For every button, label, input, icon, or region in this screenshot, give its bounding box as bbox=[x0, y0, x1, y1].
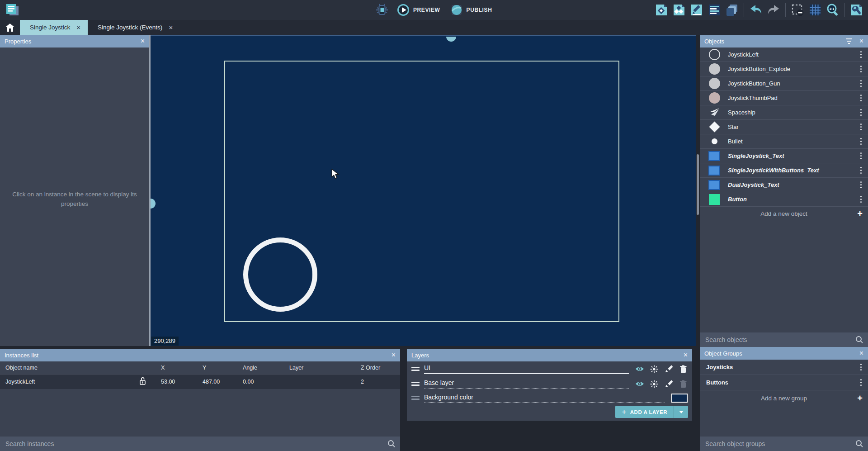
instance-x[interactable]: 53.00 bbox=[161, 379, 175, 385]
search-instances-input[interactable] bbox=[0, 440, 387, 447]
grid-icon[interactable] bbox=[807, 2, 823, 18]
layer-name-field[interactable]: UI bbox=[424, 364, 629, 374]
tab-single-joystick[interactable]: Single Joystick × bbox=[20, 20, 88, 35]
search-objects-input[interactable] bbox=[700, 336, 855, 343]
delete-trash-icon[interactable] bbox=[679, 380, 688, 389]
object-groups-icon[interactable] bbox=[671, 2, 687, 18]
search-object-groups-input[interactable] bbox=[700, 440, 855, 447]
object-name: Bullet bbox=[728, 138, 743, 145]
kebab-menu-icon[interactable] bbox=[858, 93, 865, 104]
object-groups-panel-header: Object Groups × bbox=[700, 347, 868, 360]
preview-button[interactable]: PREVIEW bbox=[394, 2, 443, 18]
object-list-item[interactable]: Bullet bbox=[700, 134, 868, 149]
effects-icon[interactable] bbox=[650, 380, 659, 389]
search-icon bbox=[387, 440, 396, 448]
drag-handle-icon[interactable] bbox=[411, 367, 420, 371]
object-list-item[interactable]: Star bbox=[700, 120, 868, 134]
project-manager-icon[interactable] bbox=[4, 2, 19, 18]
object-group-item[interactable]: Joysticks bbox=[700, 360, 868, 375]
layers-panel-header: Layers × bbox=[407, 349, 692, 361]
undo-icon[interactable] bbox=[748, 2, 764, 18]
background-color-swatch[interactable] bbox=[671, 394, 688, 403]
instance-row[interactable]: JoystickLeft 53.00 487.00 0.00 2 bbox=[0, 375, 400, 389]
object-list-item[interactable]: Spaceship bbox=[700, 105, 868, 120]
home-tab-button[interactable] bbox=[0, 20, 20, 35]
object-list-item[interactable]: JoystickLeft bbox=[700, 47, 868, 62]
zoom-1-1-icon[interactable]: 1:1 bbox=[825, 2, 840, 18]
redo-icon[interactable] bbox=[766, 2, 781, 18]
kebab-menu-icon[interactable] bbox=[858, 78, 865, 89]
kebab-menu-icon[interactable] bbox=[858, 107, 865, 118]
delete-selection-icon[interactable] bbox=[790, 2, 805, 18]
object-name: SingleJoystickWithButtons_Text bbox=[728, 167, 819, 174]
add-group-button[interactable]: Add a new group + bbox=[700, 390, 868, 406]
debugger-bug-icon[interactable] bbox=[374, 2, 390, 18]
kebab-menu-icon[interactable] bbox=[858, 122, 865, 133]
kebab-menu-icon[interactable] bbox=[858, 362, 865, 373]
tab-close-icon[interactable]: × bbox=[76, 24, 80, 31]
object-thumbnail bbox=[705, 138, 723, 144]
close-icon[interactable]: × bbox=[859, 38, 863, 45]
object-list-item[interactable]: JoystickButton_Gun bbox=[700, 76, 868, 91]
object-thumbnail bbox=[705, 166, 723, 176]
effects-icon[interactable] bbox=[650, 365, 659, 374]
instance-y[interactable]: 487.00 bbox=[203, 379, 220, 385]
object-list-item[interactable]: SingleJoystickWithButtons_Text bbox=[700, 163, 868, 178]
filter-icon[interactable] bbox=[846, 38, 852, 44]
column-angle: Angle bbox=[243, 365, 257, 371]
close-icon[interactable]: × bbox=[859, 350, 863, 357]
edit-pencil-icon[interactable] bbox=[664, 365, 673, 374]
kebab-menu-icon[interactable] bbox=[858, 377, 865, 388]
edit-scene-icon[interactable] bbox=[689, 2, 704, 18]
kebab-menu-icon[interactable] bbox=[858, 49, 865, 60]
edit-pencil-icon[interactable] bbox=[664, 380, 673, 389]
kebab-menu-icon[interactable] bbox=[858, 165, 865, 176]
layer-row[interactable]: UI bbox=[407, 361, 692, 376]
object-name: Button bbox=[728, 196, 747, 203]
drag-handle-icon[interactable] bbox=[411, 382, 420, 386]
object-group-item[interactable]: Buttons bbox=[700, 375, 868, 390]
object-list-item[interactable]: JoystickButton_Explode bbox=[700, 62, 868, 76]
close-icon[interactable]: × bbox=[141, 38, 145, 45]
kebab-menu-icon[interactable] bbox=[858, 180, 865, 190]
layers-icon[interactable] bbox=[724, 2, 740, 18]
object-thumbnail bbox=[705, 151, 723, 161]
kebab-menu-icon[interactable] bbox=[858, 151, 865, 161]
object-list-item[interactable]: SingleJoystick_Text bbox=[700, 149, 868, 163]
horizontal-scroll-handle[interactable] bbox=[446, 37, 456, 42]
close-icon[interactable]: × bbox=[392, 351, 396, 359]
wrench-icon[interactable] bbox=[849, 2, 864, 18]
kebab-menu-icon[interactable] bbox=[858, 64, 865, 75]
tab-close-icon[interactable]: × bbox=[169, 24, 173, 31]
add-layer-button[interactable]: + ADD A LAYER bbox=[615, 406, 688, 418]
instances-list-icon[interactable] bbox=[707, 2, 722, 18]
background-color-row[interactable]: Background color bbox=[407, 391, 692, 404]
add-object-button[interactable]: Add a new object + bbox=[700, 207, 868, 220]
kebab-menu-icon[interactable] bbox=[858, 136, 865, 147]
objects-panel-scrollbar[interactable] bbox=[697, 154, 699, 215]
publish-planet-icon bbox=[450, 4, 463, 16]
add-object-icon[interactable] bbox=[654, 2, 669, 18]
joystick-instance[interactable] bbox=[243, 237, 317, 312]
object-thumbnail bbox=[705, 194, 723, 205]
object-list-item[interactable]: JoystickThumbPad bbox=[700, 91, 868, 105]
object-list-item[interactable]: DualJoystick_Text bbox=[700, 178, 868, 192]
layer-name-field[interactable]: Base layer bbox=[424, 379, 629, 389]
search-icon bbox=[855, 440, 863, 448]
unlock-icon[interactable] bbox=[139, 377, 146, 387]
publish-button[interactable]: PUBLISH bbox=[448, 2, 495, 18]
object-list-item[interactable]: Button bbox=[700, 192, 868, 207]
vertical-scroll-handle[interactable] bbox=[151, 199, 156, 209]
instance-z-order[interactable]: 2 bbox=[361, 379, 364, 385]
close-icon[interactable]: × bbox=[684, 351, 688, 359]
visibility-eye-icon[interactable] bbox=[635, 380, 644, 389]
kebab-menu-icon[interactable] bbox=[858, 194, 865, 205]
add-layer-dropdown[interactable] bbox=[674, 406, 688, 418]
scene-canvas[interactable]: 290;289 bbox=[151, 35, 696, 346]
object-thumbnail bbox=[705, 63, 723, 75]
delete-trash-icon[interactable] bbox=[679, 365, 688, 374]
tab-single-joystick-events[interactable]: Single Joystick (Events) × bbox=[88, 20, 180, 35]
visibility-eye-icon[interactable] bbox=[635, 365, 644, 374]
layer-row[interactable]: Base layer bbox=[407, 376, 692, 391]
instance-angle[interactable]: 0.00 bbox=[243, 379, 254, 385]
